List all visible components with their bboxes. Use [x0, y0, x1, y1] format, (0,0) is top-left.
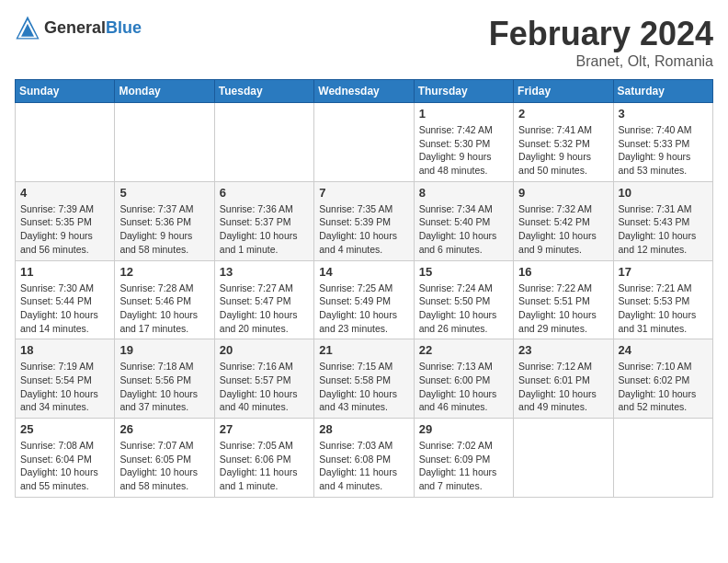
- calendar-cell: [214, 103, 313, 182]
- calendar-cell: 20Sunrise: 7:16 AMSunset: 5:57 PMDayligh…: [214, 339, 313, 419]
- day-info: Sunrise: 7:08 AMSunset: 6:04 PMDaylight:…: [20, 439, 109, 493]
- day-info: Sunrise: 7:07 AMSunset: 6:05 PMDaylight:…: [119, 439, 209, 493]
- calendar-cell: 11Sunrise: 7:30 AMSunset: 5:44 PMDayligh…: [16, 260, 115, 339]
- calendar-week-4: 18Sunrise: 7:19 AMSunset: 5:54 PMDayligh…: [16, 339, 713, 419]
- day-info: Sunrise: 7:15 AMSunset: 5:58 PMDaylight:…: [319, 360, 408, 414]
- day-info: Sunrise: 7:30 AMSunset: 5:44 PMDaylight:…: [20, 282, 109, 336]
- calendar-cell: 18Sunrise: 7:19 AMSunset: 5:54 PMDayligh…: [16, 339, 115, 419]
- calendar-cell: [314, 103, 414, 182]
- calendar-cell: 3Sunrise: 7:40 AMSunset: 5:33 PMDaylight…: [613, 103, 712, 182]
- day-number: 14: [319, 265, 408, 279]
- weekday-header-sunday: Sunday: [16, 80, 115, 103]
- calendar-cell: 2Sunrise: 7:41 AMSunset: 5:32 PMDaylight…: [514, 103, 613, 182]
- calendar-cell: 17Sunrise: 7:21 AMSunset: 5:53 PMDayligh…: [613, 260, 712, 339]
- calendar-cell: 21Sunrise: 7:15 AMSunset: 5:58 PMDayligh…: [314, 339, 414, 419]
- day-number: 8: [419, 186, 508, 200]
- day-number: 25: [20, 422, 109, 436]
- day-number: 7: [319, 186, 408, 200]
- day-info: Sunrise: 7:12 AMSunset: 6:01 PMDaylight:…: [518, 360, 608, 414]
- day-info: Sunrise: 7:40 AMSunset: 5:33 PMDaylight:…: [619, 123, 708, 178]
- day-number: 21: [319, 343, 408, 357]
- day-number: 29: [419, 422, 508, 436]
- day-info: Sunrise: 7:22 AMSunset: 5:51 PMDaylight:…: [518, 282, 608, 336]
- calendar-cell: 19Sunrise: 7:18 AMSunset: 5:56 PMDayligh…: [115, 339, 214, 419]
- calendar-cell: 13Sunrise: 7:27 AMSunset: 5:47 PMDayligh…: [214, 260, 313, 339]
- day-number: 19: [119, 343, 209, 357]
- calendar-cell: [613, 419, 712, 498]
- title-block: February 2024 Branet, Olt, Romania: [489, 15, 713, 70]
- day-info: Sunrise: 7:35 AMSunset: 5:39 PMDaylight:…: [319, 202, 408, 257]
- day-info: Sunrise: 7:39 AMSunset: 5:35 PMDaylight:…: [20, 202, 109, 257]
- day-number: 27: [220, 422, 309, 436]
- calendar-week-3: 11Sunrise: 7:30 AMSunset: 5:44 PMDayligh…: [16, 260, 713, 339]
- weekday-header-wednesday: Wednesday: [314, 80, 414, 103]
- day-number: 2: [518, 107, 608, 121]
- weekday-header-friday: Friday: [514, 80, 613, 103]
- day-info: Sunrise: 7:37 AMSunset: 5:36 PMDaylight:…: [119, 202, 209, 257]
- calendar-cell: 24Sunrise: 7:10 AMSunset: 6:02 PMDayligh…: [613, 339, 712, 419]
- day-info: Sunrise: 7:13 AMSunset: 6:00 PMDaylight:…: [419, 360, 508, 414]
- day-number: 16: [518, 265, 608, 279]
- day-info: Sunrise: 7:36 AMSunset: 5:37 PMDaylight:…: [220, 202, 309, 257]
- calendar-cell: 23Sunrise: 7:12 AMSunset: 6:01 PMDayligh…: [514, 339, 613, 419]
- calendar-week-1: 1Sunrise: 7:42 AMSunset: 5:30 PMDaylight…: [16, 103, 713, 182]
- calendar-cell: 5Sunrise: 7:37 AMSunset: 5:36 PMDaylight…: [115, 181, 214, 260]
- day-number: 26: [119, 422, 209, 436]
- calendar-cell: 16Sunrise: 7:22 AMSunset: 5:51 PMDayligh…: [514, 260, 613, 339]
- weekday-header-tuesday: Tuesday: [214, 80, 313, 103]
- day-number: 4: [20, 186, 109, 200]
- calendar-cell: 9Sunrise: 7:32 AMSunset: 5:42 PMDaylight…: [514, 181, 613, 260]
- location-title: Branet, Olt, Romania: [489, 53, 713, 70]
- day-number: 1: [419, 107, 508, 121]
- day-number: 12: [119, 265, 209, 279]
- calendar-cell: 10Sunrise: 7:31 AMSunset: 5:43 PMDayligh…: [613, 181, 712, 260]
- day-info: Sunrise: 7:21 AMSunset: 5:53 PMDaylight:…: [619, 282, 708, 336]
- calendar-cell: 22Sunrise: 7:13 AMSunset: 6:00 PMDayligh…: [414, 339, 513, 419]
- calendar-cell: 28Sunrise: 7:03 AMSunset: 6:08 PMDayligh…: [314, 419, 414, 498]
- calendar-cell: [514, 419, 613, 498]
- day-number: 22: [419, 343, 508, 357]
- day-info: Sunrise: 7:41 AMSunset: 5:32 PMDaylight:…: [518, 123, 608, 178]
- calendar-table: SundayMondayTuesdayWednesdayThursdayFrid…: [15, 79, 713, 498]
- day-info: Sunrise: 7:34 AMSunset: 5:40 PMDaylight:…: [419, 202, 508, 257]
- calendar-cell: 4Sunrise: 7:39 AMSunset: 5:35 PMDaylight…: [16, 181, 115, 260]
- day-number: 24: [619, 343, 708, 357]
- calendar-cell: 8Sunrise: 7:34 AMSunset: 5:40 PMDaylight…: [414, 181, 513, 260]
- logo: GeneralBlue: [15, 15, 142, 40]
- calendar-week-5: 25Sunrise: 7:08 AMSunset: 6:04 PMDayligh…: [16, 419, 713, 498]
- weekday-header-thursday: Thursday: [414, 80, 513, 103]
- day-number: 23: [518, 343, 608, 357]
- day-info: Sunrise: 7:25 AMSunset: 5:49 PMDaylight:…: [319, 282, 408, 336]
- day-info: Sunrise: 7:05 AMSunset: 6:06 PMDaylight:…: [220, 439, 309, 493]
- calendar-cell: [16, 103, 115, 182]
- calendar-cell: 27Sunrise: 7:05 AMSunset: 6:06 PMDayligh…: [214, 419, 313, 498]
- calendar-cell: 6Sunrise: 7:36 AMSunset: 5:37 PMDaylight…: [214, 181, 313, 260]
- day-info: Sunrise: 7:18 AMSunset: 5:56 PMDaylight:…: [119, 360, 209, 414]
- day-number: 17: [619, 265, 708, 279]
- day-number: 3: [619, 107, 708, 121]
- calendar-body: 1Sunrise: 7:42 AMSunset: 5:30 PMDaylight…: [16, 103, 713, 498]
- day-info: Sunrise: 7:28 AMSunset: 5:46 PMDaylight:…: [119, 282, 209, 336]
- day-info: Sunrise: 7:03 AMSunset: 6:08 PMDaylight:…: [319, 439, 408, 493]
- calendar-cell: 15Sunrise: 7:24 AMSunset: 5:50 PMDayligh…: [414, 260, 513, 339]
- calendar-cell: 14Sunrise: 7:25 AMSunset: 5:49 PMDayligh…: [314, 260, 414, 339]
- month-title: February 2024: [489, 15, 713, 53]
- calendar-cell: 1Sunrise: 7:42 AMSunset: 5:30 PMDaylight…: [414, 103, 513, 182]
- day-number: 6: [220, 186, 309, 200]
- logo-general: General: [44, 18, 106, 37]
- logo-blue: Blue: [106, 18, 142, 37]
- day-number: 10: [619, 186, 708, 200]
- weekday-header-row: SundayMondayTuesdayWednesdayThursdayFrid…: [16, 80, 713, 103]
- calendar-week-2: 4Sunrise: 7:39 AMSunset: 5:35 PMDaylight…: [16, 181, 713, 260]
- page-header: GeneralBlue February 2024 Branet, Olt, R…: [15, 15, 713, 70]
- day-info: Sunrise: 7:16 AMSunset: 5:57 PMDaylight:…: [220, 360, 309, 414]
- calendar-cell: 29Sunrise: 7:02 AMSunset: 6:09 PMDayligh…: [414, 419, 513, 498]
- calendar-cell: [115, 103, 214, 182]
- calendar-cell: 12Sunrise: 7:28 AMSunset: 5:46 PMDayligh…: [115, 260, 214, 339]
- day-info: Sunrise: 7:24 AMSunset: 5:50 PMDaylight:…: [419, 282, 508, 336]
- day-number: 28: [319, 422, 408, 436]
- day-number: 15: [419, 265, 508, 279]
- day-number: 20: [220, 343, 309, 357]
- day-number: 9: [518, 186, 608, 200]
- day-info: Sunrise: 7:02 AMSunset: 6:09 PMDaylight:…: [419, 439, 508, 493]
